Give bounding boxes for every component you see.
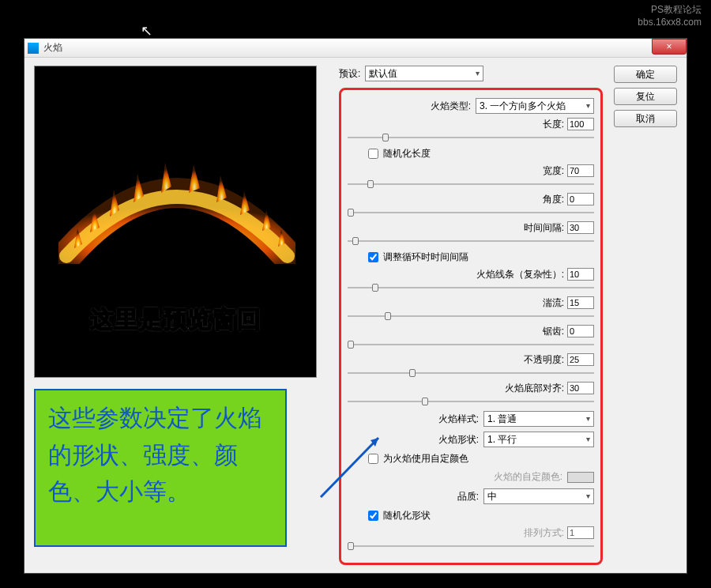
quality-label: 品质: bbox=[457, 490, 479, 503]
close-button[interactable]: × bbox=[652, 39, 687, 55]
flame-style-dropdown[interactable]: 1. 普通 bbox=[483, 411, 594, 427]
cancel-button[interactable]: 取消 bbox=[614, 110, 677, 127]
opacity-slider[interactable] bbox=[348, 368, 594, 378]
angle-label: 角度: bbox=[543, 193, 564, 206]
interval-label: 时间间隔: bbox=[524, 221, 564, 235]
flame-type-label: 火焰类型: bbox=[431, 100, 471, 113]
dialog-title: 火焰 bbox=[43, 41, 62, 55]
width-label: 宽度: bbox=[543, 164, 564, 178]
turbulence-input[interactable] bbox=[567, 296, 594, 309]
custom-color-field-label: 火焰的自定颜色: bbox=[494, 470, 562, 484]
interval-slider[interactable] bbox=[348, 236, 594, 246]
watermark: PS教程论坛 bbs.16xx8.com bbox=[638, 4, 702, 28]
flame-type-dropdown[interactable]: 3. 一个方向多个火焰 bbox=[476, 98, 594, 114]
flame-dialog: 火焰 × bbox=[24, 38, 687, 574]
length-input[interactable] bbox=[567, 118, 594, 130]
arrangement-label: 排列方式: bbox=[524, 526, 564, 540]
jag-label: 锯齿: bbox=[543, 325, 564, 338]
preset-label: 预设: bbox=[339, 67, 360, 81]
jag-input[interactable] bbox=[567, 325, 594, 337]
mouse-cursor: ↖ bbox=[141, 22, 152, 40]
turbulence-label: 湍流: bbox=[543, 296, 564, 310]
complexity-label: 火焰线条（复杂性）: bbox=[476, 268, 564, 281]
random-length-label: 随机化长度 bbox=[383, 147, 431, 160]
complexity-slider[interactable] bbox=[348, 283, 594, 292]
width-input[interactable] bbox=[567, 164, 594, 177]
arrangement-slider bbox=[348, 541, 594, 551]
preview-caption: 这里是预览窗回 bbox=[35, 303, 316, 336]
ok-button[interactable]: 确定 bbox=[614, 66, 677, 83]
bottom-align-label: 火焰底部对齐: bbox=[505, 382, 564, 395]
width-slider[interactable] bbox=[348, 179, 594, 189]
titlebar: 火焰 × bbox=[24, 39, 687, 58]
custom-color-swatch bbox=[567, 472, 594, 483]
svg-line-0 bbox=[321, 438, 378, 497]
watermark-l1: PS教程论坛 bbox=[638, 4, 702, 17]
app-icon bbox=[28, 43, 39, 54]
adjust-loop-checkbox[interactable] bbox=[368, 252, 378, 262]
bottom-align-slider[interactable] bbox=[348, 397, 594, 406]
jag-slider[interactable] bbox=[348, 340, 594, 349]
adjust-loop-label: 调整循环时时间间隔 bbox=[383, 251, 468, 264]
annotation-arrow bbox=[317, 434, 396, 513]
opacity-label: 不透明度: bbox=[524, 353, 564, 367]
angle-input[interactable] bbox=[567, 193, 594, 205]
custom-color-label: 为火焰使用自定颜色 bbox=[383, 452, 468, 466]
bottom-align-input[interactable] bbox=[567, 382, 594, 394]
opacity-input[interactable] bbox=[567, 353, 594, 366]
length-slider[interactable] bbox=[348, 133, 594, 142]
length-label: 长度: bbox=[543, 118, 564, 131]
flame-shape-label: 火焰形状: bbox=[438, 433, 479, 447]
flame-style-label: 火焰样式: bbox=[438, 413, 479, 426]
complexity-input[interactable] bbox=[567, 268, 594, 281]
quality-dropdown[interactable]: 中 bbox=[483, 488, 594, 504]
annotation-box: 这些参数决定了火焰的形状、强度、颜色、大小等。 bbox=[34, 389, 287, 547]
flame-shape-dropdown[interactable]: 1. 平行 bbox=[483, 432, 594, 447]
preset-dropdown[interactable]: 默认值 bbox=[365, 66, 483, 81]
flame-preview-graphic bbox=[58, 161, 295, 264]
watermark-l2: bbs.16xx8.com bbox=[638, 17, 702, 29]
angle-slider[interactable] bbox=[348, 208, 594, 217]
interval-input[interactable] bbox=[567, 221, 594, 234]
reset-button[interactable]: 复位 bbox=[614, 88, 677, 105]
turbulence-slider[interactable] bbox=[348, 311, 594, 321]
random-length-checkbox[interactable] bbox=[368, 149, 378, 159]
arrangement-input bbox=[567, 526, 594, 539]
preview-area: 这里是预览窗回 bbox=[34, 66, 317, 378]
